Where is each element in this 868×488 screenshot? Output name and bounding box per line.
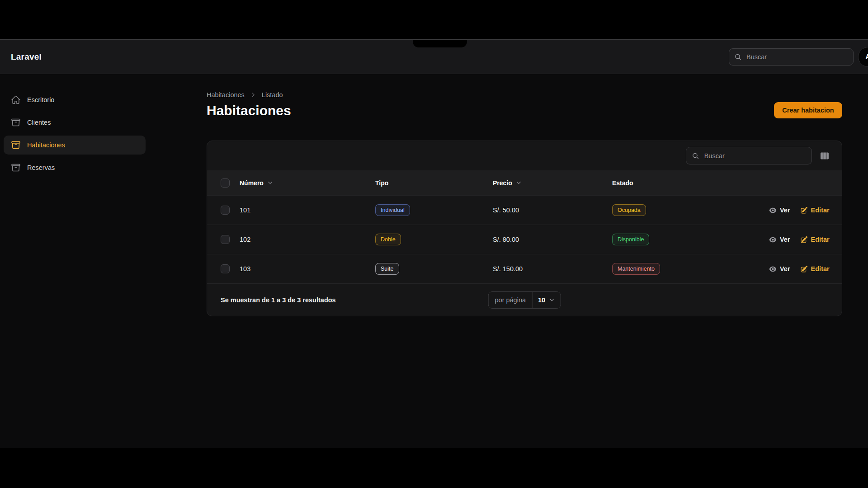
edit-action[interactable]: Editar bbox=[800, 206, 830, 214]
sidebar-item-label: Reservas bbox=[27, 164, 55, 171]
table-row[interactable]: 103 Suite S/. 150.00 Mantenimiento Ver E… bbox=[207, 254, 842, 283]
chevron-down-icon bbox=[267, 179, 274, 186]
per-page-value: 10 bbox=[538, 296, 545, 304]
results-summary: Se muestran de 1 a 3 de 3 resultados bbox=[221, 296, 336, 304]
view-action[interactable]: Ver bbox=[769, 206, 790, 214]
column-header-precio[interactable]: Precio bbox=[493, 179, 612, 187]
breadcrumb-parent[interactable]: Habitaciones bbox=[207, 91, 245, 99]
sidebar-item-label: Escritorio bbox=[27, 96, 54, 103]
home-icon bbox=[11, 95, 21, 105]
column-header-tipo: Tipo bbox=[375, 179, 493, 187]
chevron-down-icon bbox=[548, 297, 555, 303]
screen-notch bbox=[413, 40, 467, 47]
column-header-numero[interactable]: Número bbox=[240, 179, 375, 187]
table-search bbox=[686, 147, 812, 164]
select-all-checkbox[interactable] bbox=[221, 178, 230, 188]
tipo-badge: Individual bbox=[375, 204, 410, 216]
app-window: Laravel A Escritorio Clientes Habitacion… bbox=[0, 39, 868, 448]
per-page-select[interactable]: por página 10 bbox=[488, 291, 561, 309]
cell-numero: 103 bbox=[240, 265, 375, 272]
edit-action[interactable]: Editar bbox=[800, 236, 830, 244]
row-checkbox[interactable] bbox=[221, 264, 230, 273]
tipo-badge: Doble bbox=[375, 234, 401, 245]
row-checkbox[interactable] bbox=[221, 235, 230, 244]
table-toolbar bbox=[207, 141, 842, 170]
sidebar-item-habitaciones[interactable]: Habitaciones bbox=[4, 136, 146, 155]
brand-logo[interactable]: Laravel bbox=[11, 52, 42, 62]
pencil-square-icon bbox=[800, 265, 808, 273]
table-card: Número Tipo Precio Estado bbox=[207, 141, 842, 316]
view-action[interactable]: Ver bbox=[769, 236, 790, 244]
chevron-down-icon bbox=[515, 179, 522, 186]
search-icon bbox=[692, 152, 699, 160]
sidebar-item-clientes[interactable]: Clientes bbox=[4, 113, 146, 132]
create-room-button[interactable]: Crear habitacion bbox=[774, 102, 842, 118]
sidebar-item-label: Habitaciones bbox=[27, 141, 65, 149]
table-header-row: Número Tipo Precio Estado bbox=[207, 170, 842, 195]
view-columns-icon[interactable] bbox=[820, 151, 830, 161]
cell-numero: 101 bbox=[240, 206, 375, 214]
main-content: Habitaciones Listado Habitaciones Crear … bbox=[149, 74, 868, 449]
estado-badge: Mantenimiento bbox=[612, 263, 660, 275]
table-row[interactable]: 102 Doble S/. 80.00 Disponible Ver Edita… bbox=[207, 225, 842, 254]
sidebar-item-reservas[interactable]: Reservas bbox=[4, 158, 146, 177]
pencil-square-icon bbox=[800, 206, 808, 214]
cell-precio: S/. 150.00 bbox=[493, 265, 612, 272]
archive-box-icon bbox=[11, 140, 21, 150]
page-header: Habitaciones Listado Habitaciones Crear … bbox=[207, 91, 842, 118]
view-action[interactable]: Ver bbox=[769, 265, 790, 273]
search-icon bbox=[734, 53, 742, 61]
global-search bbox=[729, 48, 854, 66]
column-header-estado: Estado bbox=[612, 179, 769, 187]
cell-precio: S/. 80.00 bbox=[493, 236, 612, 243]
sidebar-item-label: Clientes bbox=[27, 119, 51, 126]
cell-precio: S/. 50.00 bbox=[493, 206, 612, 214]
tipo-badge: Suite bbox=[375, 263, 399, 275]
archive-box-icon bbox=[11, 163, 21, 173]
chevron-right-icon bbox=[250, 92, 256, 98]
pencil-square-icon bbox=[800, 236, 808, 244]
navbar-right: A bbox=[729, 47, 868, 67]
sidebar: Escritorio Clientes Habitaciones Reserva… bbox=[0, 74, 149, 449]
estado-badge: Disponible bbox=[612, 234, 649, 245]
row-checkbox[interactable] bbox=[221, 206, 230, 215]
eye-icon bbox=[769, 265, 777, 273]
estado-badge: Ocupada bbox=[612, 204, 646, 216]
table-row[interactable]: 101 Individual S/. 50.00 Ocupada Ver Edi… bbox=[207, 195, 842, 225]
table-footer: Se muestran de 1 a 3 de 3 resultados por… bbox=[207, 283, 842, 316]
cell-numero: 102 bbox=[240, 236, 375, 243]
archive-box-icon bbox=[11, 117, 21, 127]
sidebar-item-escritorio[interactable]: Escritorio bbox=[4, 90, 146, 109]
global-search-input[interactable] bbox=[729, 48, 854, 66]
eye-icon bbox=[769, 206, 777, 214]
breadcrumb: Habitaciones Listado bbox=[207, 91, 291, 99]
user-avatar[interactable]: A bbox=[858, 47, 868, 67]
breadcrumb-current: Listado bbox=[262, 91, 283, 99]
per-page-label: por página bbox=[489, 292, 533, 308]
table-search-input[interactable] bbox=[686, 147, 812, 164]
edit-action[interactable]: Editar bbox=[800, 265, 830, 273]
eye-icon bbox=[769, 236, 777, 244]
page-title: Habitaciones bbox=[207, 103, 291, 118]
